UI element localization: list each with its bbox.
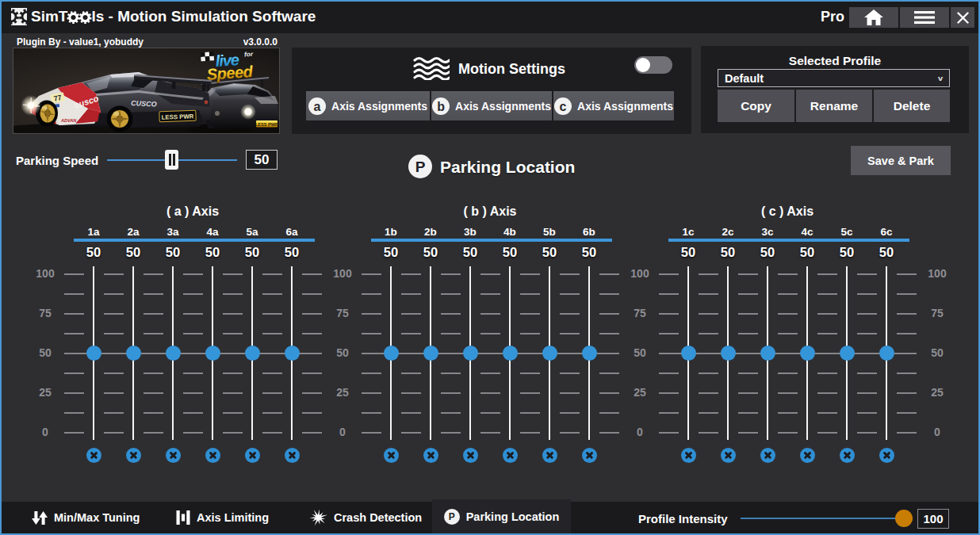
slider-reset-button[interactable] — [879, 448, 894, 463]
slider-thumb[interactable] — [840, 346, 855, 361]
tab-minmax-tuning[interactable]: Min/Max Tuning — [24, 502, 147, 533]
home-button[interactable] — [849, 7, 898, 28]
game-cover: LESS PWR cusco 77 ADVAN CUSCO LESS PWR l… — [13, 48, 280, 134]
slider-reset-button[interactable] — [681, 448, 696, 463]
menu-button[interactable] — [900, 7, 949, 28]
slider-thumb[interactable] — [245, 346, 260, 361]
slider-reset-button[interactable] — [503, 448, 518, 463]
slider-reset-button[interactable] — [86, 448, 101, 463]
slider-reset-button[interactable] — [384, 448, 399, 463]
slider-value: 50 — [494, 245, 526, 260]
slider-thumb[interactable] — [166, 346, 181, 361]
slider-thumb[interactable] — [721, 346, 736, 361]
x-icon — [546, 452, 553, 460]
x-icon — [209, 452, 216, 460]
app-window: SimTls - Motion Simulation Software Pro … — [0, 0, 980, 535]
x-icon — [724, 452, 732, 460]
slider-thumb[interactable] — [126, 346, 141, 361]
edition-badge: Pro — [821, 9, 844, 25]
slider-channel-label: 2c — [712, 226, 744, 238]
rename-button[interactable]: Rename — [796, 90, 872, 122]
scale-tick-row — [659, 333, 917, 334]
scale-label: 100 — [325, 267, 360, 280]
slider-thumb[interactable] — [205, 346, 220, 361]
slider-thumb[interactable] — [285, 346, 300, 361]
slider-thumb[interactable] — [423, 346, 438, 361]
letter-c-icon: c — [554, 97, 572, 115]
lfs-logo: live for Speed — [201, 49, 255, 84]
slider-reset-button[interactable] — [285, 448, 300, 463]
slider-value: 50 — [197, 245, 228, 260]
scale-label: 25 — [920, 386, 955, 399]
tab-crash-detection[interactable]: Crash Detection — [301, 502, 430, 533]
tab-axis-limiting[interactable]: Axis Limiting — [168, 502, 277, 533]
scale-tick-row — [659, 373, 917, 374]
axis-assignments-b-button[interactable]: bAxis Assignments — [431, 91, 552, 120]
slider-reset-button[interactable] — [463, 448, 478, 463]
slider-reset-button[interactable] — [423, 448, 438, 463]
close-button[interactable] — [951, 7, 974, 28]
profile-intensity-track[interactable] — [741, 518, 902, 519]
slider-reset-button[interactable] — [721, 448, 736, 463]
slider-thumb[interactable] — [681, 346, 696, 361]
scale-tick-row — [64, 293, 322, 295]
slider-thumb[interactable] — [582, 346, 597, 361]
slider-thumb[interactable] — [879, 346, 894, 361]
x-icon — [387, 452, 395, 460]
profile-select-value: Default — [725, 72, 764, 85]
slider-thumb[interactable] — [503, 346, 518, 361]
profile-select[interactable]: Defaultv — [718, 69, 950, 87]
svg-text:for: for — [244, 51, 254, 59]
slider-reset-button[interactable] — [582, 448, 597, 463]
svg-text:CUSCO: CUSCO — [131, 99, 157, 109]
slider-thumb[interactable] — [463, 346, 478, 361]
copy-label: Copy — [741, 99, 771, 113]
scale-label: 25 — [622, 386, 657, 399]
toggle-knob — [636, 58, 650, 72]
slider-value: 50 — [573, 245, 605, 260]
motion-toggle[interactable] — [634, 56, 672, 74]
close-icon — [957, 12, 969, 24]
profile-intensity-value[interactable] — [917, 509, 949, 529]
slider-thumb[interactable] — [542, 346, 557, 361]
parking-speed-value[interactable] — [246, 150, 278, 170]
slider-reset-button[interactable] — [800, 448, 815, 463]
delete-button[interactable]: Delete — [874, 90, 950, 122]
tab-parking-location[interactable]: PParking Location — [432, 499, 571, 533]
axis-group-underline — [371, 239, 612, 242]
slider-value: 50 — [375, 245, 407, 260]
slider-reset-button[interactable] — [166, 448, 181, 463]
waves-icon-box — [413, 56, 450, 83]
profile-intensity-thumb[interactable] — [895, 510, 913, 527]
axis-group-underline — [74, 239, 315, 242]
scale-tick-row — [362, 293, 619, 295]
slider-thumb[interactable] — [760, 346, 775, 361]
slider-reset-button[interactable] — [205, 448, 220, 463]
simtools-logo — [11, 8, 27, 29]
slider-channel-label: 6b — [573, 226, 605, 238]
scale-tick-row — [64, 333, 322, 334]
parking-speed-thumb[interactable] — [165, 150, 178, 170]
slider-channel-label: 5a — [236, 226, 268, 238]
axis-assignments-a-button[interactable]: aAxis Assignments — [306, 91, 430, 120]
thumb-grip-line — [173, 154, 175, 166]
slider-thumb[interactable] — [800, 346, 815, 361]
letter-b-icon: b — [432, 97, 450, 115]
scale-label: 50 — [622, 346, 657, 359]
save-and-park-button[interactable]: Save & Park — [851, 146, 951, 175]
x-icon — [803, 452, 811, 460]
slider-reset-button[interactable] — [126, 448, 141, 463]
slider-thumb[interactable] — [384, 346, 399, 361]
motion-settings-panel: Motion Settings aAxis Assignments bAxis … — [292, 48, 691, 134]
copy-button[interactable]: Copy — [718, 90, 794, 122]
slider-reset-button[interactable] — [760, 448, 775, 463]
slider-reset-button[interactable] — [840, 448, 855, 463]
slider-thumb[interactable] — [86, 346, 101, 361]
slider-reset-button[interactable] — [245, 448, 260, 463]
selected-profile-title: Selected Profile — [701, 54, 969, 68]
axis-assignments-c-button[interactable]: cAxis Assignments — [553, 91, 674, 120]
slider-reset-button[interactable] — [542, 448, 557, 463]
simtools-logo-image — [11, 8, 27, 25]
scale-tick-row — [659, 412, 917, 414]
slider-channel-label: 2b — [415, 226, 446, 238]
